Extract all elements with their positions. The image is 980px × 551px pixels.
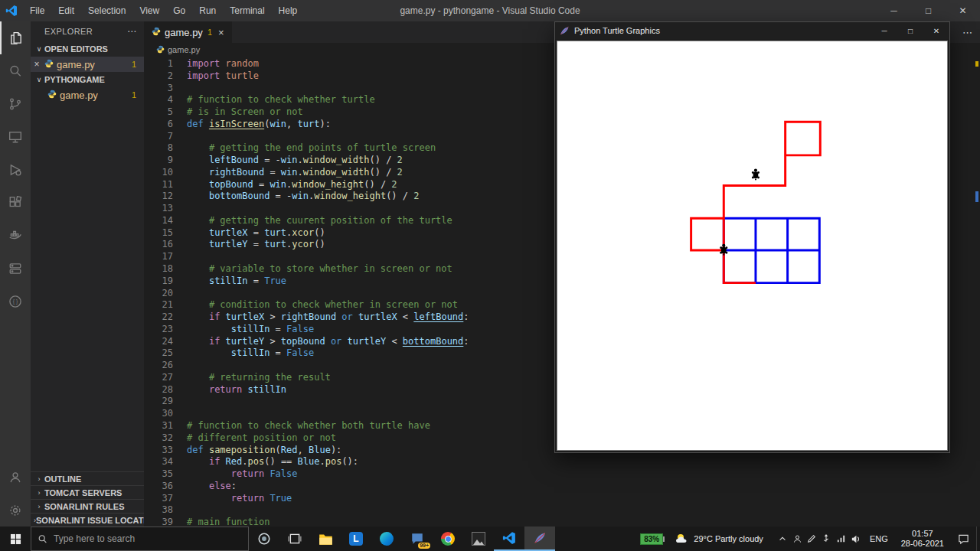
menu-bar: FileEditSelectionViewGoRunTerminalHelp (23, 0, 304, 21)
task-view-icon[interactable] (279, 527, 310, 551)
tree-item-gamepy[interactable]: game.py 1 (31, 87, 144, 103)
close-editor-icon[interactable]: × (31, 59, 43, 70)
explorer-more-actions[interactable]: ⋯ (127, 26, 136, 37)
line-content: return False (187, 468, 298, 481)
menu-file[interactable]: File (23, 0, 51, 21)
menu-help[interactable]: Help (272, 0, 305, 21)
menu-go[interactable]: Go (166, 0, 192, 21)
chevron-right-icon: › (34, 475, 44, 483)
show-desktop-strip[interactable] (976, 527, 980, 551)
menu-run[interactable]: Run (192, 0, 223, 21)
tk-feather-icon (560, 26, 570, 36)
turtle-maximize-button[interactable]: □ (897, 22, 923, 39)
line-content: # function to check whether both turtle … (187, 420, 430, 432)
volume-tray-icon[interactable] (848, 527, 863, 551)
turtle-close-button[interactable]: ✕ (923, 22, 949, 39)
search-input[interactable] (54, 533, 230, 544)
search-icon[interactable] (0, 54, 31, 87)
line-content: turtleX = turt.xcor() (187, 227, 325, 240)
server-icon[interactable] (0, 252, 31, 285)
line-content: # condition to check whether in screen o… (187, 299, 458, 311)
menu-selection[interactable]: Selection (81, 0, 132, 21)
line-number: 7 (144, 131, 173, 143)
cortana-icon[interactable] (249, 527, 279, 551)
line-content: import turtle (187, 70, 259, 83)
remote-explorer-icon[interactable] (0, 120, 31, 153)
battery-indicator[interactable]: 83% (640, 533, 665, 545)
code-line[interactable]: 36 else: (144, 481, 980, 493)
sidebar-section-sonarlint-issue-locatio[interactable]: ›SONARLINT ISSUE LOCATIO... (31, 513, 144, 527)
editor-more-actions[interactable]: ⋯ (962, 21, 972, 43)
action-center-icon[interactable] (950, 527, 976, 551)
chevron-down-icon: ∨ (34, 76, 44, 83)
settings-gear-icon[interactable] (0, 494, 31, 527)
folder-section-header[interactable]: ∨ PYTHONGAME (31, 72, 144, 87)
sidebar-title: EXPLORER (44, 27, 93, 36)
window-controls: ─ □ ✕ (877, 0, 980, 21)
vscode-taskbar-icon[interactable] (494, 527, 524, 551)
explorer-icon[interactable] (0, 21, 31, 54)
line-content: import random (187, 58, 259, 70)
usb-tray-icon[interactable] (819, 527, 834, 551)
open-editor-item-gamepy[interactable]: × game.py 1 (31, 57, 144, 72)
chrome-icon[interactable] (433, 527, 463, 551)
turtle-window-titlebar[interactable]: Python Turtle Graphics ─ □ ✕ (555, 22, 949, 39)
line-number: 13 (144, 203, 173, 215)
maximize-button[interactable]: □ (911, 0, 946, 21)
menu-terminal[interactable]: Terminal (223, 0, 271, 21)
run-debug-icon[interactable] (0, 153, 31, 186)
close-button[interactable]: ✕ (946, 0, 980, 21)
menu-view[interactable]: View (132, 0, 166, 21)
app-l-icon[interactable]: L (341, 527, 371, 551)
photos-app-icon[interactable] (463, 527, 494, 551)
code-line[interactable]: 37 return True (144, 493, 980, 505)
line-content: # returning the result (187, 372, 331, 384)
messaging-icon[interactable]: 99+ (402, 527, 433, 551)
tab-problems-badge: 1 (207, 28, 212, 37)
tab-close-icon[interactable]: × (218, 27, 224, 38)
edge-icon[interactable] (371, 527, 402, 551)
start-button[interactable] (0, 527, 31, 551)
network-tray-icon[interactable] (834, 527, 848, 551)
turtle-minimize-button[interactable]: ─ (871, 22, 897, 39)
weather-widget[interactable]: 29°C Partly cloudy (675, 533, 763, 545)
line-content: def sameposition(Red, Blue): (187, 445, 341, 457)
explorer-sidebar: EXPLORER ⋯ ∨ OPEN EDITORS × game.py 1 ∨ … (31, 21, 144, 527)
minimize-button[interactable]: ─ (877, 0, 911, 21)
sidebar-section-outline[interactable]: ›OUTLINE (31, 471, 144, 485)
line-content: # is in Screen or not (187, 106, 303, 119)
line-number: 23 (144, 324, 173, 336)
sidebar-section-tomcat-servers[interactable]: ›TOMCAT SERVERS (31, 485, 144, 499)
menu-edit[interactable]: Edit (51, 0, 81, 21)
turtle-graphics-window: Python Turtle Graphics ─ □ ✕ (554, 21, 950, 453)
account-icon[interactable] (0, 461, 31, 494)
code-line[interactable]: 38 (144, 504, 980, 517)
python-file-icon (152, 25, 161, 39)
source-control-icon[interactable] (0, 87, 31, 120)
line-number: 22 (144, 311, 173, 324)
json-editor-icon[interactable]: { } (0, 285, 31, 318)
file-explorer-icon[interactable] (310, 527, 341, 551)
vscode-logo-icon (0, 0, 23, 21)
code-line[interactable]: 35 return False (144, 468, 980, 481)
system-tray: 83% 29°C Partly cloudy ENG 01:57 28-06-2… (640, 527, 980, 551)
pen-tray-icon[interactable] (805, 527, 819, 551)
code-line[interactable]: 34 if Red.pos() == Blue.pos(): (144, 456, 980, 468)
docker-icon[interactable] (0, 219, 31, 252)
open-editors-header[interactable]: ∨ OPEN EDITORS (31, 41, 144, 57)
partly-cloudy-icon (675, 533, 689, 545)
language-indicator[interactable]: ENG (863, 534, 895, 543)
clock[interactable]: 01:57 28-06-2021 (895, 529, 950, 549)
line-number: 20 (144, 288, 173, 300)
python-turtle-taskbar-icon[interactable] (524, 527, 555, 551)
people-tray-icon[interactable] (790, 527, 805, 551)
taskbar-search[interactable] (31, 527, 249, 551)
tab-gamepy[interactable]: game.py 1 × (144, 21, 233, 43)
line-content: # getting the cuurent position of the tu… (187, 215, 452, 227)
line-content: if turtleY > topBound or turtleY < botto… (187, 336, 469, 348)
line-number: 3 (144, 83, 173, 95)
sidebar-section-sonarlint-rules[interactable]: ›SONARLINT RULES (31, 499, 144, 513)
search-icon (38, 534, 47, 544)
hidden-icons-chevron[interactable] (776, 527, 790, 551)
extensions-icon[interactable] (0, 186, 31, 219)
